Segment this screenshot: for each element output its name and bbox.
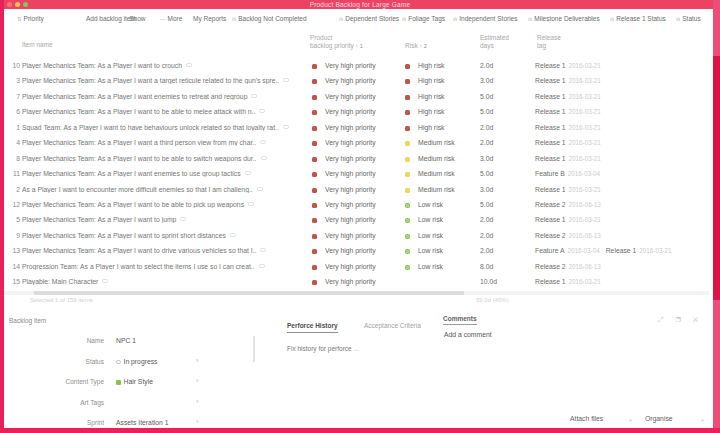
detail-tabs: Perforce History Acceptance Criteria [287,314,443,328]
chevron-right-icon[interactable]: › [196,398,198,405]
add-comment-button[interactable]: Add a comment [444,331,492,338]
row-release-tags: Release 22016-06-13 [535,201,607,208]
row-release-tags: Release 12016-03-21 [535,186,607,193]
table-row[interactable]: 4 Player Mechanics Team: As a Player I w… [4,135,709,150]
toolbar-button[interactable]: ılıFoliage Tags [402,15,445,22]
table-row[interactable]: 3 Player Mechanics Team: As a Player I w… [4,73,709,88]
comment-bubble-icon [248,202,254,206]
attach-files-caret-icon[interactable]: ⌄ [628,415,633,422]
toolbar-button[interactable]: ılıIndependent Stories [453,15,517,22]
field-label: Content Type [4,378,104,385]
release-tag-name: Release 1 [535,124,566,131]
vertical-scrollbar[interactable] [713,56,720,300]
in-progress-icon [116,360,121,365]
comment-bubble-icon [251,94,257,98]
column-header-estimated-days[interactable]: Estimated days [480,34,509,50]
table-row[interactable]: 8 Player Mechanics Team: As a Player I w… [4,151,709,166]
toolbar-button[interactable]: ⁖Show [124,15,146,22]
priority-dot-icon [312,126,317,131]
table-row[interactable]: 2 As a Player I want to encounter more d… [4,182,709,197]
release-tag-name: Release 1 [535,93,566,100]
table-row[interactable]: 6 Player Mechanics Team: As a Player I w… [4,104,709,119]
row-estimated-days: 2.0d [480,124,493,131]
table-row[interactable]: 5 Player Mechanics Team: As a Player I w… [4,212,709,227]
row-item-name: Player Mechanics Team: As a Player I wan… [22,62,304,69]
table-row[interactable]: 11 Player Mechanics Team: As a Player I … [4,166,709,181]
panel-scrollbar[interactable] [253,336,255,362]
column-header-risk[interactable]: Risk ↑ 2 [405,42,427,50]
toolbar-item-label: Priority [24,15,44,22]
toolbar-item-label: Show [129,15,145,22]
row-id: 15 [6,278,20,285]
table-row[interactable]: 10 Player Mechanics Team: As a Player I … [4,58,709,73]
release-tag-date: 2016-03-04 [568,170,600,177]
row-estimated-days: 10.0d [480,278,497,285]
field-value-dropdown[interactable]: Assets Iteration 1 [116,419,169,426]
row-risk: High risk [418,108,444,115]
release-tag-name: Release 1 [535,216,566,223]
organise-caret-icon[interactable]: ⌄ [700,415,705,422]
toolbar-button[interactable]: ılıStatus [676,15,701,22]
priority-dot-icon [312,280,317,285]
row-priority: Very high priority [325,139,376,146]
selection-status: Selected 1 of 159 items [30,297,93,303]
row-release-tags: Release 12016-03-21 [535,93,607,100]
chevron-right-icon[interactable]: › [196,377,198,384]
toolbar-button[interactable]: ⇅Priority [17,15,44,22]
risk-dot-icon [405,95,410,100]
table-row[interactable]: 13 Player Mechanics Team: As a Player I … [4,243,709,258]
release-tag-name: Release 1 [535,108,566,115]
risk-dot-icon [405,172,410,177]
table-row[interactable]: 14 Progression Team: As a Player I want … [4,259,709,274]
comment-bubble-icon [260,248,266,252]
table-row[interactable]: 12 Player Mechanics Team: As a Player I … [4,197,709,212]
release-tag-date: 2016-06-13 [569,263,601,270]
sort-indicator-priority: ↑ 1 [356,43,363,49]
row-estimated-days: 2.0d [480,247,493,254]
field-value-dropdown[interactable]: NPC 1 [116,337,136,344]
toolbar-button[interactable]: ılıBacklog Not Completed [232,15,307,22]
comment-bubble-icon [259,109,265,113]
column-header-priority[interactable]: Product backlog priority ↑ 1 [310,34,363,50]
row-estimated-days: 2.0d [480,232,493,239]
row-item-name: Playable: Main Character [22,278,304,285]
toolbar-button[interactable]: —More [160,15,182,22]
table-row[interactable]: 9 Player Mechanics Team: As a Player I w… [4,228,709,243]
field-value-dropdown[interactable]: Hair Style [116,378,153,385]
chevron-right-icon[interactable]: › [196,357,198,364]
chevron-right-icon[interactable]: › [196,418,198,425]
attach-files-button[interactable]: Attach files [570,415,603,422]
panel-corner-icons[interactable]: ⤢ ❐ ✕ [658,316,703,324]
toolbar-button[interactable]: ılıMilestone Deliverables [528,15,600,22]
row-item-name: Player Mechanics Team: As a Player I wan… [22,247,304,254]
release-tag-name: Release 2 [535,263,566,270]
organise-button[interactable]: Organise [645,415,673,422]
row-item-name: Player Mechanics Team: As a Player I wan… [22,139,304,146]
table-row[interactable]: 1 Squad Team: As a Player I want to have… [4,120,709,135]
toolbar-item-icon: ⇅ [17,16,22,22]
table-row[interactable]: 15 Playable: Main Character Very high pr… [4,274,709,289]
column-header-release-tag[interactable]: Release tag [537,34,561,50]
toolbar-button[interactable]: ılıDependent Stories [339,15,399,22]
horizontal-scrollbar-track[interactable] [4,291,709,295]
history-more-link[interactable]: ... [354,345,359,352]
toolbar-button[interactable]: My Reports [191,15,226,22]
row-id: 8 [6,155,20,162]
row-release-tags: Release 12016-03-21 [535,139,607,146]
horizontal-scrollbar-thumb[interactable] [34,291,464,295]
release-tag-date: 2016-06-13 [569,232,601,239]
table-row[interactable]: 7 Player Mechanics Team: As a Player I w… [4,89,709,104]
row-risk: Medium risk [418,186,455,193]
row-risk: Medium risk [418,170,455,177]
field-value-dropdown[interactable]: In progress [116,358,158,365]
row-priority: Very high priority [325,124,376,131]
risk-dot-icon [405,157,410,162]
tab-acceptance-criteria[interactable]: Acceptance Criteria [364,322,421,332]
toolbar-button[interactable]: ılıRelease 1 Status [610,15,666,22]
release-tag-date: 2016-03-21 [569,124,601,131]
window-titlebar: Product Backlog for Large Game [0,0,720,9]
row-id: 10 [6,62,20,69]
tab-perforce-history[interactable]: Perforce History [287,322,338,333]
risk-dot-icon [405,203,410,208]
column-header-item-name[interactable]: Item name [22,41,53,49]
